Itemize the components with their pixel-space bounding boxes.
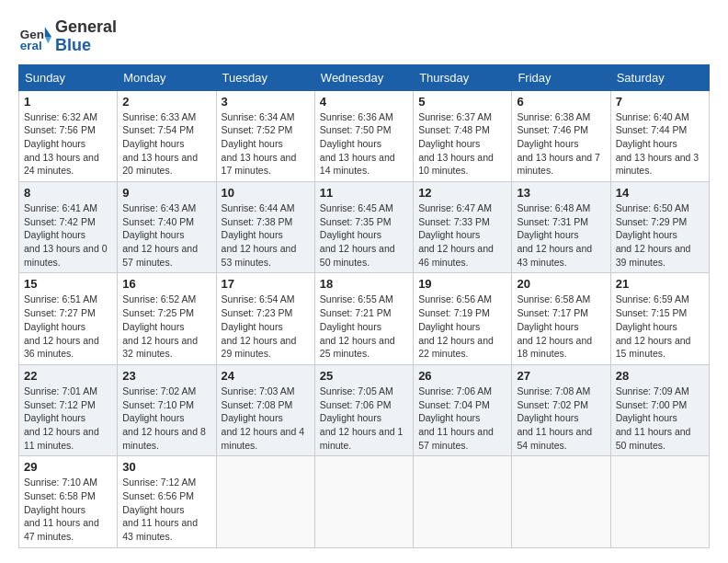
- day-info: Sunrise: 7:10 AM Sunset: 6:58 PM Dayligh…: [24, 476, 112, 543]
- day-number: 16: [122, 277, 210, 291]
- day-number: 13: [517, 186, 605, 200]
- day-info: Sunrise: 6:44 AM Sunset: 7:38 PM Dayligh…: [222, 201, 310, 269]
- day-number: 30: [122, 460, 210, 474]
- day-number: 15: [24, 277, 112, 291]
- week-row-1: 1 Sunrise: 6:32 AM Sunset: 7:56 PM Dayli…: [19, 90, 710, 181]
- day-number: 23: [122, 369, 210, 383]
- day-number: 2: [122, 95, 210, 109]
- week-row-5: 29 Sunrise: 7:10 AM Sunset: 6:58 PM Dayl…: [19, 456, 710, 547]
- day-cell: 25 Sunrise: 7:05 AM Sunset: 7:06 PM Dayl…: [314, 364, 413, 455]
- day-info: Sunrise: 6:37 AM Sunset: 7:48 PM Dayligh…: [418, 110, 506, 178]
- day-number: 10: [222, 186, 310, 200]
- day-number: 25: [320, 369, 408, 383]
- day-info: Sunrise: 6:56 AM Sunset: 7:19 PM Dayligh…: [418, 293, 506, 360]
- day-number: 7: [616, 95, 704, 109]
- day-number: 17: [222, 277, 310, 291]
- week-row-3: 15 Sunrise: 6:51 AM Sunset: 7:27 PM Dayl…: [19, 273, 710, 364]
- day-info: Sunrise: 6:41 AM Sunset: 7:42 PM Dayligh…: [24, 201, 112, 269]
- day-cell: 15 Sunrise: 6:51 AM Sunset: 7:27 PM Dayl…: [19, 273, 118, 364]
- day-info: Sunrise: 6:54 AM Sunset: 7:23 PM Dayligh…: [222, 293, 310, 360]
- day-number: 28: [616, 369, 704, 383]
- day-cell: 20 Sunrise: 6:58 AM Sunset: 7:17 PM Dayl…: [512, 273, 610, 364]
- day-number: 12: [418, 186, 506, 200]
- day-cell: 19 Sunrise: 6:56 AM Sunset: 7:19 PM Dayl…: [414, 273, 512, 364]
- day-cell: 1 Sunrise: 6:32 AM Sunset: 7:56 PM Dayli…: [19, 90, 118, 181]
- day-info: Sunrise: 6:52 AM Sunset: 7:25 PM Dayligh…: [122, 293, 210, 360]
- day-number: 18: [320, 277, 408, 291]
- weekday-saturday: Saturday: [610, 64, 709, 90]
- weekday-sunday: Sunday: [19, 64, 118, 90]
- day-cell: 18 Sunrise: 6:55 AM Sunset: 7:21 PM Dayl…: [314, 273, 413, 364]
- day-cell: 8 Sunrise: 6:41 AM Sunset: 7:42 PM Dayli…: [19, 182, 118, 273]
- day-cell: 4 Sunrise: 6:36 AM Sunset: 7:50 PM Dayli…: [314, 90, 413, 181]
- day-info: Sunrise: 6:58 AM Sunset: 7:17 PM Dayligh…: [517, 293, 605, 360]
- day-number: 26: [418, 369, 506, 383]
- day-info: Sunrise: 6:40 AM Sunset: 7:44 PM Dayligh…: [616, 110, 704, 178]
- svg-marker-3: [45, 37, 51, 43]
- day-info: Sunrise: 6:48 AM Sunset: 7:31 PM Dayligh…: [517, 201, 605, 269]
- day-number: 8: [24, 186, 112, 200]
- day-info: Sunrise: 6:32 AM Sunset: 7:56 PM Dayligh…: [24, 110, 112, 178]
- day-info: Sunrise: 6:38 AM Sunset: 7:46 PM Dayligh…: [517, 110, 605, 178]
- logo-icon: Gen eral: [18, 20, 51, 53]
- day-info: Sunrise: 6:55 AM Sunset: 7:21 PM Dayligh…: [320, 293, 408, 360]
- day-cell: 6 Sunrise: 6:38 AM Sunset: 7:46 PM Dayli…: [512, 90, 610, 181]
- day-info: Sunrise: 6:45 AM Sunset: 7:35 PM Dayligh…: [320, 201, 408, 269]
- day-number: 11: [320, 186, 408, 200]
- day-info: Sunrise: 7:03 AM Sunset: 7:08 PM Dayligh…: [222, 385, 310, 452]
- day-cell: 5 Sunrise: 6:37 AM Sunset: 7:48 PM Dayli…: [414, 90, 512, 181]
- day-cell: [610, 456, 709, 547]
- day-cell: [512, 456, 610, 547]
- day-cell: [314, 456, 413, 547]
- day-cell: 7 Sunrise: 6:40 AM Sunset: 7:44 PM Dayli…: [610, 90, 709, 181]
- day-cell: 29 Sunrise: 7:10 AM Sunset: 6:58 PM Dayl…: [19, 456, 118, 547]
- calendar-table: SundayMondayTuesdayWednesdayThursdayFrid…: [18, 64, 710, 548]
- day-cell: [414, 456, 512, 547]
- day-info: Sunrise: 7:08 AM Sunset: 7:02 PM Dayligh…: [517, 385, 605, 452]
- day-number: 5: [418, 95, 506, 109]
- day-info: Sunrise: 7:02 AM Sunset: 7:10 PM Dayligh…: [122, 385, 210, 452]
- day-cell: 14 Sunrise: 6:50 AM Sunset: 7:29 PM Dayl…: [610, 182, 709, 273]
- week-row-4: 22 Sunrise: 7:01 AM Sunset: 7:12 PM Dayl…: [19, 364, 710, 455]
- day-number: 24: [222, 369, 310, 383]
- day-info: Sunrise: 6:51 AM Sunset: 7:27 PM Dayligh…: [24, 293, 112, 360]
- day-info: Sunrise: 6:36 AM Sunset: 7:50 PM Dayligh…: [320, 110, 408, 178]
- day-cell: 11 Sunrise: 6:45 AM Sunset: 7:35 PM Dayl…: [314, 182, 413, 273]
- weekday-monday: Monday: [118, 64, 216, 90]
- day-cell: 28 Sunrise: 7:09 AM Sunset: 7:00 PM Dayl…: [610, 364, 709, 455]
- weekday-header-row: SundayMondayTuesdayWednesdayThursdayFrid…: [19, 64, 710, 90]
- weekday-tuesday: Tuesday: [216, 64, 314, 90]
- day-number: 19: [418, 277, 506, 291]
- day-cell: 26 Sunrise: 7:06 AM Sunset: 7:04 PM Dayl…: [414, 364, 512, 455]
- day-info: Sunrise: 7:05 AM Sunset: 7:06 PM Dayligh…: [320, 385, 408, 452]
- weekday-wednesday: Wednesday: [314, 64, 413, 90]
- day-number: 1: [24, 95, 112, 109]
- day-info: Sunrise: 6:33 AM Sunset: 7:54 PM Dayligh…: [122, 110, 210, 178]
- day-cell: 21 Sunrise: 6:59 AM Sunset: 7:15 PM Dayl…: [610, 273, 709, 364]
- day-info: Sunrise: 6:43 AM Sunset: 7:40 PM Dayligh…: [122, 201, 210, 269]
- day-number: 21: [616, 277, 704, 291]
- day-info: Sunrise: 6:47 AM Sunset: 7:33 PM Dayligh…: [418, 201, 506, 269]
- logo: Gen eral General Blue: [18, 18, 117, 55]
- day-info: Sunrise: 7:09 AM Sunset: 7:00 PM Dayligh…: [616, 385, 704, 452]
- day-cell: 13 Sunrise: 6:48 AM Sunset: 7:31 PM Dayl…: [512, 182, 610, 273]
- day-number: 6: [517, 95, 605, 109]
- day-info: Sunrise: 6:59 AM Sunset: 7:15 PM Dayligh…: [616, 293, 704, 360]
- day-number: 22: [24, 369, 112, 383]
- day-info: Sunrise: 7:01 AM Sunset: 7:12 PM Dayligh…: [24, 385, 112, 452]
- day-cell: 30 Sunrise: 7:12 AM Sunset: 6:56 PM Dayl…: [118, 456, 216, 547]
- day-cell: 10 Sunrise: 6:44 AM Sunset: 7:38 PM Dayl…: [216, 182, 314, 273]
- day-cell: 16 Sunrise: 6:52 AM Sunset: 7:25 PM Dayl…: [118, 273, 216, 364]
- weekday-friday: Friday: [512, 64, 610, 90]
- day-info: Sunrise: 7:06 AM Sunset: 7:04 PM Dayligh…: [418, 385, 506, 452]
- day-cell: [216, 456, 314, 547]
- logo-text-line2: Blue: [55, 37, 117, 55]
- week-row-2: 8 Sunrise: 6:41 AM Sunset: 7:42 PM Dayli…: [19, 182, 710, 273]
- day-cell: 23 Sunrise: 7:02 AM Sunset: 7:10 PM Dayl…: [118, 364, 216, 455]
- day-number: 14: [616, 186, 704, 200]
- logo-text-line1: General: [55, 18, 117, 37]
- svg-text:eral: eral: [20, 39, 42, 52]
- weekday-thursday: Thursday: [414, 64, 512, 90]
- day-number: 3: [222, 95, 310, 109]
- day-info: Sunrise: 6:34 AM Sunset: 7:52 PM Dayligh…: [222, 110, 310, 178]
